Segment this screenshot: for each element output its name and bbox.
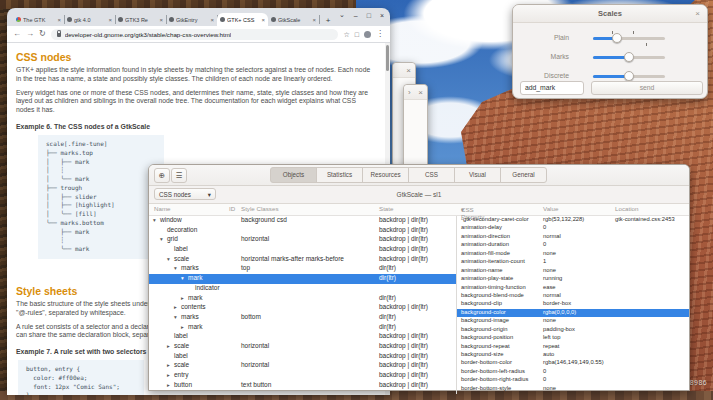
column-id[interactable]: ID <box>229 205 235 212</box>
background-window-2[interactable]: › × <box>403 84 428 172</box>
css-property-row[interactable]: border-bottom-right-radius 0 <box>457 376 689 384</box>
expander-icon[interactable]: ▾ <box>153 217 160 223</box>
list-view-icon[interactable]: ☰ <box>171 168 187 183</box>
tab-close-icon[interactable]: × <box>57 17 61 23</box>
css-property-row[interactable]: background-origin padding-box <box>457 326 689 334</box>
scale-slider[interactable] <box>593 75 665 78</box>
css-property-row[interactable]: background-image none <box>457 317 689 325</box>
inspector-tab[interactable]: Visual <box>454 167 501 183</box>
inspector-tab[interactable]: Objects <box>270 167 317 183</box>
expander-icon[interactable]: ▾ <box>167 256 174 262</box>
close-icon[interactable]: × <box>418 88 423 97</box>
inspect-target-icon[interactable]: ⊕ <box>154 168 170 183</box>
tree-row[interactable]: ▸entry backdrop | dir(ltr) <box>149 371 456 381</box>
browser-tab[interactable]: gtk 4.0 × <box>64 13 115 26</box>
column-style-classes[interactable]: Style Classes <box>241 205 278 212</box>
expander-icon[interactable]: ▸ <box>167 382 174 388</box>
tree-row[interactable]: indicator <box>149 284 456 294</box>
expander-icon[interactable]: ▾ <box>174 265 181 271</box>
close-icon[interactable]: × <box>380 12 384 19</box>
tree-row[interactable]: ▾marks bottom dir(ltr) <box>149 313 456 323</box>
css-property-row[interactable]: animation-direction normal <box>457 233 689 241</box>
css-property-row[interactable]: background-repeat repeat <box>457 343 689 351</box>
css-property-row[interactable]: animation-fill-mode none <box>457 250 689 258</box>
tree-row[interactable]: ▾window background csd backdrop | dir(lt… <box>149 216 456 226</box>
tab-search-icon[interactable]: ⌄ <box>339 11 345 19</box>
css-property-row[interactable]: -gtk-secondary-caret-color rgb(53,132,22… <box>457 216 689 224</box>
expander-icon[interactable]: ▸ <box>167 362 174 368</box>
expander-icon[interactable]: ▸ <box>167 343 174 349</box>
tree-row[interactable]: ▾grid horizontal backdrop | dir(ltr) <box>149 235 456 245</box>
close-icon[interactable]: × <box>406 66 411 75</box>
column-state[interactable]: State <box>379 205 393 212</box>
css-property-row[interactable]: animation-name none <box>457 267 689 275</box>
browser-tab[interactable]: GtkEntry × <box>166 13 217 26</box>
css-property-row[interactable]: background-size auto <box>457 351 689 359</box>
slider-thumb[interactable] <box>624 52 634 62</box>
css-property-row[interactable]: animation-delay 0 <box>457 224 689 232</box>
expander-icon[interactable]: ▾ <box>181 275 188 281</box>
tree-row[interactable]: ▸button text button backdrop | dir(ltr) <box>149 381 456 391</box>
css-property-row[interactable]: border-bottom-style none <box>457 385 689 393</box>
expander-icon[interactable]: ▾ <box>174 314 181 320</box>
expander-icon[interactable]: ▸ <box>167 372 174 378</box>
tree-row[interactable]: ▾marks top dir(ltr) <box>149 264 456 274</box>
css-property-row[interactable]: border-bottom-left-radius 0 <box>457 368 689 376</box>
css-property-row[interactable]: animation-duration 0 <box>457 241 689 249</box>
browser-menu-icon[interactable]: ⋮ <box>376 30 384 38</box>
css-property-row[interactable]: background-blend-mode normal <box>457 292 689 300</box>
tree-row[interactable]: ▸scale horizontal backdrop | dir(ltr) <box>149 361 456 371</box>
browser-tab[interactable]: GtkScale × <box>268 13 319 26</box>
side-panel-icon[interactable]: □ <box>355 31 359 38</box>
css-property-row[interactable]: border-bottom-color rgba(146,149,149,0.5… <box>457 359 689 367</box>
slider-thumb[interactable] <box>624 71 634 81</box>
scale-slider[interactable] <box>593 37 665 40</box>
inspector-tab[interactable]: Resources <box>362 167 409 183</box>
tree-row[interactable]: ▾mark dir(ltr) <box>149 274 456 284</box>
tab-close-icon[interactable]: × <box>312 17 316 23</box>
back-icon[interactable]: ← <box>13 30 21 38</box>
tree-row[interactable]: ▸contents backdrop | dir(ltr) <box>149 303 456 313</box>
expander-icon[interactable]: › <box>408 88 411 97</box>
browser-tab[interactable]: GTK+ CSS × <box>217 13 268 26</box>
css-property-row[interactable]: animation-iteration-count 1 <box>457 258 689 266</box>
css-property-row[interactable]: background-clip border-box <box>457 300 689 308</box>
browser-tab[interactable]: The GTK × <box>13 13 64 26</box>
tree-row[interactable]: label backdrop | dir(ltr) <box>149 352 456 362</box>
inspector-tab[interactable]: General <box>500 167 547 183</box>
minimize-icon[interactable]: – <box>354 12 358 19</box>
tree-row[interactable]: ▸mark dir(ltr) <box>149 323 456 333</box>
column-value[interactable]: Value <box>543 205 558 212</box>
scrollbar-thumb[interactable] <box>386 45 389 71</box>
url-text[interactable]: developer-old.gnome.org/gtk3/stable/chap… <box>65 31 231 38</box>
css-property-row[interactable]: background-position left top <box>457 334 689 342</box>
tree-row[interactable]: ▸scale horizontal backdrop | dir(ltr) <box>149 342 456 352</box>
tab-close-icon[interactable]: × <box>159 17 163 23</box>
slider-thumb[interactable] <box>612 33 622 43</box>
expander-icon[interactable]: ▸ <box>181 324 188 330</box>
column-location[interactable]: Location <box>615 205 638 212</box>
maximize-icon[interactable]: □ <box>367 12 371 19</box>
new-tab-button[interactable]: + <box>322 14 334 26</box>
tree-row[interactable]: decoration backdrop | dir(ltr) <box>149 226 456 236</box>
forward-icon[interactable]: → <box>26 30 34 38</box>
css-property-row[interactable]: background-color rgba(0,0,0,0) <box>457 309 689 317</box>
reload-icon[interactable]: ↻ <box>39 30 46 38</box>
css-property-row[interactable]: animation-play-state running <box>457 275 689 283</box>
close-icon[interactable]: × <box>695 5 700 22</box>
expander-icon[interactable]: ▸ <box>181 295 188 301</box>
inspector-tab[interactable]: Statistics <box>316 167 363 183</box>
expander-icon[interactable]: ▸ <box>174 304 181 310</box>
bookmark-icon[interactable]: ☆ <box>343 31 349 38</box>
tree-row[interactable]: label backdrop | dir(ltr) <box>149 332 456 342</box>
inspector-tab[interactable]: CSS <box>408 167 455 183</box>
tab-close-icon[interactable]: × <box>261 17 265 23</box>
add-mark-input[interactable]: add_mark <box>520 81 584 95</box>
css-property-row[interactable]: animation-timing-function ease <box>457 284 689 292</box>
dialog-titlebar[interactable]: Scales × <box>513 5 707 23</box>
address-bar[interactable]: developer-old.gnome.org/gtk3/stable/chap… <box>51 29 339 40</box>
column-name[interactable]: Name <box>154 205 171 212</box>
browser-tab[interactable]: GTK3 Re × <box>115 13 166 26</box>
avatar[interactable] <box>364 31 371 38</box>
tab-close-icon[interactable]: × <box>108 17 112 23</box>
